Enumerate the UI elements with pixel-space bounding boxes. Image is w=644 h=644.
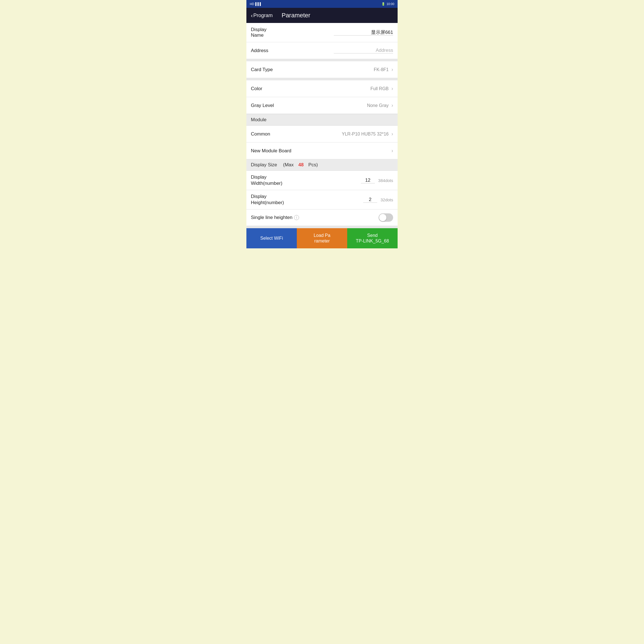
card-type-value: FK-8F1 › <box>374 67 393 73</box>
status-bar-left: HD ▌▌▌ <box>250 2 262 6</box>
status-bar-right: 🔋 10:00 <box>381 2 394 6</box>
display-name-value-container <box>334 30 393 36</box>
display-width-label: DisplayWidth(number) <box>251 174 282 186</box>
module-section-header: Module <box>246 114 398 126</box>
display-width-input[interactable] <box>361 178 375 183</box>
separator-bottom <box>246 226 398 228</box>
display-name-label: DisplayName <box>251 27 267 38</box>
display-size-header: Display Size (Max 48 Pcs) <box>246 159 398 171</box>
gray-level-chevron-icon: › <box>391 102 393 108</box>
address-input[interactable] <box>334 48 393 53</box>
load-parameter-button[interactable]: Load Parameter <box>297 228 347 248</box>
common-value: YLR-P10 HUB75 32*16 › <box>342 131 393 137</box>
color-row[interactable]: Color Full RGB › <box>246 80 398 97</box>
color-label: Color <box>251 86 262 92</box>
gray-level-value: None Gray › <box>367 102 393 108</box>
status-hd-label: HD <box>250 2 254 6</box>
select-wifi-button[interactable]: Select WiFi <box>246 228 297 248</box>
info-icon[interactable]: i <box>294 215 299 220</box>
single-line-heighten-row: Single line heighten i <box>246 209 398 226</box>
display-height-dots: 32dots <box>381 197 393 202</box>
gray-level-row[interactable]: Gray Level None Gray › <box>246 97 398 114</box>
common-label: Common <box>251 131 270 137</box>
common-row[interactable]: Common YLR-P10 HUB75 32*16 › <box>246 126 398 143</box>
select-wifi-label: Select WiFi <box>260 235 283 241</box>
display-width-right: 384dots <box>361 178 393 183</box>
common-text: YLR-P10 HUB75 32*16 <box>342 132 389 137</box>
card-type-text: FK-8F1 <box>374 67 389 72</box>
gray-level-label: Gray Level <box>251 103 274 108</box>
display-height-row: DisplayHeight(number) 32dots <box>246 190 398 209</box>
address-value-container <box>334 48 393 53</box>
new-module-board-label: New Module Board <box>251 148 291 154</box>
new-module-board-row[interactable]: New Module Board › <box>246 143 398 159</box>
display-height-right: 32dots <box>363 197 393 203</box>
new-module-board-chevron-icon: › <box>391 148 393 154</box>
single-line-toggle[interactable] <box>379 213 393 222</box>
display-size-pcs: Pcs) <box>308 162 318 168</box>
send-label: SendTP-LINK_5G_68 <box>356 233 389 244</box>
separator-1 <box>246 59 398 61</box>
card-type-row[interactable]: Card Type FK-8F1 › <box>246 61 398 78</box>
display-size-label: Display Size <box>251 162 277 168</box>
back-button[interactable]: ‹ Program <box>251 12 273 19</box>
card-type-label: Card Type <box>251 67 273 73</box>
battery-icon: 🔋 <box>381 2 385 6</box>
phone-container: HD ▌▌▌ 🔋 10:00 ‹ Program Parameter Displ… <box>246 0 398 248</box>
display-size-max-num: 48 <box>298 162 304 168</box>
color-text: Full RGB <box>370 86 389 91</box>
common-chevron-icon: › <box>391 131 393 137</box>
gray-level-text: None Gray <box>367 103 389 108</box>
display-height-input[interactable] <box>363 197 377 203</box>
single-line-text: Single line heighten <box>251 215 292 220</box>
content-area: DisplayName Address Card Type FK-8F1 › <box>246 23 398 228</box>
color-value: Full RGB › <box>370 86 393 92</box>
display-height-label: DisplayHeight(number) <box>251 193 284 206</box>
load-parameter-label: Load Parameter <box>314 233 330 244</box>
separator-2 <box>246 78 398 80</box>
display-width-row: DisplayWidth(number) 384dots <box>246 171 398 190</box>
back-chevron-icon: ‹ <box>251 12 253 19</box>
single-line-heighten-label: Single line heighten i <box>251 215 299 220</box>
card-type-chevron-icon: › <box>391 67 393 73</box>
page-title: Parameter <box>282 12 311 19</box>
time-label: 10:00 <box>386 2 394 6</box>
back-label: Program <box>253 13 273 18</box>
signal-icon: ▌▌▌ <box>255 2 262 6</box>
address-label: Address <box>251 48 268 53</box>
display-width-dots: 384dots <box>378 178 393 183</box>
color-chevron-icon: › <box>391 86 393 92</box>
display-name-input[interactable] <box>334 30 393 36</box>
address-row: Address <box>246 42 398 59</box>
display-size-max-paren: (Max <box>283 162 294 168</box>
display-name-row: DisplayName <box>246 23 398 42</box>
header: ‹ Program Parameter <box>246 8 398 23</box>
module-label: Module <box>251 117 267 122</box>
send-button[interactable]: SendTP-LINK_5G_68 <box>347 228 398 248</box>
bottom-bar: Select WiFi Load Parameter SendTP-LINK_5… <box>246 228 398 248</box>
status-bar: HD ▌▌▌ 🔋 10:00 <box>246 0 398 8</box>
